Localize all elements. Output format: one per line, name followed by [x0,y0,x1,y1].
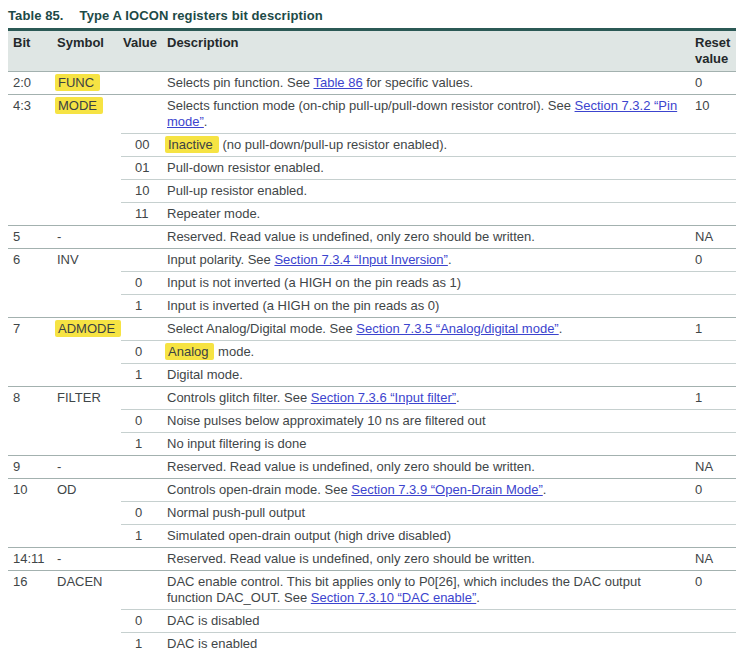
bit-cell [8,610,57,633]
reset-value-cell: 1 [692,318,736,341]
value-cell: 0 [121,410,167,433]
bit-cell: 6 [8,249,57,272]
symbol-cell: ADMODE [57,318,121,341]
value-cell: 1 [121,633,167,652]
bit-cell: 8 [8,387,57,410]
symbol-cell: MODE [57,95,121,134]
reset-value-cell: 0 [692,249,736,272]
symbol-cell [57,295,121,318]
description-cell: Reserved. Read value is undefined, only … [167,548,692,571]
bit-cell [8,272,57,295]
section-link[interactable]: Section 7.3.6 “Input filter” [311,390,456,405]
symbol-cell: - [57,456,121,479]
description-cell: Simulated open-drain output (high drive … [167,525,692,548]
reset-value-cell [692,341,736,364]
value-cell [121,548,167,571]
description-text: Noise pulses below approximately 10 ns a… [167,413,486,428]
table-row: 8FILTERControls glitch filter. See Secti… [8,387,736,410]
description-cell: DAC enable control. This bit applies onl… [167,571,692,610]
table-row: 14:11-Reserved. Read value is undefined,… [8,548,736,571]
table-caption-title: Type A IOCON registers bit description [80,8,323,23]
description-text: Selects function mode (on-chip pull-up/p… [167,98,575,113]
bit-cell: 2:0 [8,72,57,95]
table-header-row: Bit Symbol Value Description Reset value [8,30,736,72]
description-text: mode. [214,344,254,359]
description-text: Normal push-pull output [167,505,305,520]
bit-cell [8,295,57,318]
bit-cell: 16 [8,571,57,610]
section-link[interactable]: Section 7.3.9 “Open-Drain Mode” [351,482,542,497]
description-text: . [476,590,480,605]
description-cell: Inactive (no pull-down/pull-up resistor … [167,134,692,157]
table-caption-label: Table 85. [8,8,64,23]
table-subrow: 0Input is not inverted (a HIGH on the pi… [8,272,736,295]
reset-value-cell [692,502,736,525]
value-cell: 1 [121,525,167,548]
description-text: Input is inverted (a HIGH on the pin rea… [167,298,439,313]
reset-value-cell [692,295,736,318]
value-cell [121,479,167,502]
symbol-text: - [57,551,61,566]
reset-value-cell: NA [692,456,736,479]
value-cell: 1 [121,433,167,456]
value-cell: 0 [121,272,167,295]
table-body: 2:0FUNCSelects pin function. See Table 8… [8,72,736,652]
table-subrow: 0Normal push-pull output [8,502,736,525]
symbol-cell [57,134,121,157]
description-cell: Reserved. Read value is undefined, only … [167,456,692,479]
section-link[interactable]: Table 86 [313,75,362,90]
symbol-cell: DACEN [57,571,121,610]
description-text: Controls glitch filter. See [167,390,311,405]
table-subrow: 0DAC is disabled [8,610,736,633]
col-header-value: Value [121,30,167,72]
reset-value-cell [692,272,736,295]
reset-value-cell: NA [692,548,736,571]
reset-value-cell: 0 [692,571,736,610]
reset-value-cell [692,364,736,387]
highlighted-symbol: ADMODE [55,320,121,337]
value-cell [121,387,167,410]
value-cell [121,571,167,610]
bit-cell: 14:11 [8,548,57,571]
description-text: Input is not inverted (a HIGH on the pin… [167,275,461,290]
symbol-cell: - [57,226,121,249]
section-link[interactable]: Section 7.3.5 “Analog/digital mode” [356,321,558,336]
reset-value-cell [692,633,736,652]
bit-cell [8,157,57,180]
value-cell [121,318,167,341]
description-cell: Input polarity. See Section 7.3.4 “Input… [167,249,692,272]
value-cell: 0 [121,610,167,633]
reset-value-cell [692,410,736,433]
description-cell: DAC is enabled [167,633,692,652]
section-link[interactable]: Section 7.3.10 “DAC enable” [311,590,476,605]
table-row: 5-Reserved. Read value is undefined, onl… [8,226,736,249]
description-cell: Pull-up resistor enabled. [167,180,692,203]
description-text: Controls open-drain mode. See [167,482,351,497]
table-subrow: 0Analog mode. [8,341,736,364]
description-text: Reserved. Read value is undefined, only … [167,229,535,244]
table-row: 6INVInput polarity. See Section 7.3.4 “I… [8,249,736,272]
bit-cell [8,410,57,433]
symbol-text: - [57,229,61,244]
value-cell: 00 [121,134,167,157]
value-cell [121,249,167,272]
symbol-cell [57,633,121,652]
reset-value-cell [692,525,736,548]
reset-value-cell: 1 [692,387,736,410]
reset-value-cell [692,134,736,157]
description-text: . [543,482,547,497]
description-cell: Normal push-pull output [167,502,692,525]
description-text: Reserved. Read value is undefined, only … [167,459,535,474]
description-text: (no pull-down/pull-up resistor enabled). [219,137,447,152]
description-cell: DAC is disabled [167,610,692,633]
section-link[interactable]: Section 7.3.4 “Input Inversion” [274,252,447,267]
description-text: Pull-up resistor enabled. [167,183,307,198]
description-text: DAC is disabled [167,613,260,628]
table-subrow: 1DAC is enabled [8,633,736,652]
table-row: 4:3MODESelects function mode (on-chip pu… [8,95,736,134]
symbol-cell [57,364,121,387]
value-cell [121,456,167,479]
table-caption: Table 85.Type A IOCON registers bit desc… [8,8,743,23]
col-header-symbol: Symbol [57,30,121,72]
description-cell: Noise pulses below approximately 10 ns a… [167,410,692,433]
